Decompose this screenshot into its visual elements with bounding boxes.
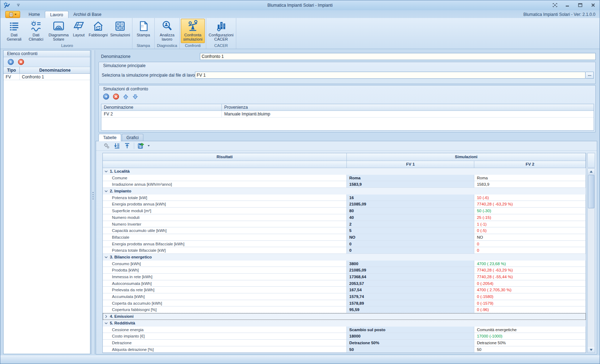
simulazioni-button[interactable]: Simulazioni: [109, 19, 131, 43]
table-row[interactable]: FV 2Manuale Impianti.bluimp: [101, 111, 594, 118]
table-row[interactable]: FVConfronto 1: [4, 74, 90, 80]
section-row[interactable]: 1. Località: [103, 168, 586, 175]
grid-row[interactable]: DetrazioneDetrazione 50%Detrazione 50%: [103, 340, 586, 346]
grid-row[interactable]: Prodotta [kWh]21085,097740,28 ( -63,29 %…: [103, 267, 586, 274]
gears-icon: [103, 143, 110, 149]
cell-denominazione: FV 2: [101, 111, 222, 117]
panel-title: Elenco confronti: [4, 50, 90, 57]
row-label: Superficie moduli [m²]: [110, 208, 347, 214]
analizza-lavoro-button[interactable]: Analizza lavoro: [156, 19, 178, 43]
column-header-tipo[interactable]: Tipo: [4, 67, 20, 73]
grid-row[interactable]: Consumo [kWh]38004700 ( 23,68 %): [103, 261, 586, 267]
vertical-scrollbar[interactable]: [587, 168, 595, 353]
close-button[interactable]: [590, 2, 596, 8]
configurazioni-cacer-button[interactable]: Configurazioni CACER: [207, 19, 235, 43]
browse-button[interactable]: ...: [586, 72, 594, 79]
section-row[interactable]: 3. Bilancio energetico: [103, 254, 586, 261]
delete-confronto-button[interactable]: ✕: [18, 59, 24, 65]
fullscreen-button[interactable]: [552, 2, 558, 8]
grid-row[interactable]: Prelevata da rete [kWh]167,544700 ( 2.70…: [103, 287, 586, 293]
add-confronto-button[interactable]: +: [8, 59, 14, 65]
panel-splitter[interactable]: [91, 50, 95, 354]
grid-row[interactable]: Costo impianto [€]1800017000 (-1000): [103, 333, 586, 340]
scroll-down-button[interactable]: [588, 347, 595, 353]
layout-button[interactable]: Layout: [70, 19, 87, 43]
column-header-denominazione[interactable]: Denominazione: [101, 104, 222, 111]
collapse-all-button[interactable]: [124, 142, 131, 149]
section-row[interactable]: 4. Emissioni: [103, 313, 586, 320]
section-row[interactable]: 5. Redditività: [103, 320, 586, 327]
confronti-table-body: FVConfronto 1: [4, 74, 90, 80]
tab-tabelle[interactable]: Tabelle: [99, 134, 121, 141]
grid-row[interactable]: Autoconsumata [kWh]2053,570 (-2054): [103, 280, 586, 287]
scroll-up-button[interactable]: [588, 169, 595, 174]
confronto-sims-table: Denominazione Provenienza FV 2Manuale Im…: [101, 104, 594, 131]
column-header-fv1[interactable]: FV 1: [347, 161, 474, 168]
collapse-icon[interactable]: [103, 254, 110, 261]
grid-row[interactable]: Potenza totale [kW]1610 (-6): [103, 195, 586, 201]
grid-settings-button[interactable]: [103, 142, 110, 149]
grid-row[interactable]: Superficie moduli [m²]8050 (-30): [103, 208, 586, 214]
balance-scale-icon: [187, 20, 199, 32]
collapse-icon[interactable]: [103, 168, 110, 175]
grid-row[interactable]: Immessa in rete [kWh]17368,647740,28 ( -…: [103, 274, 586, 280]
grid-row[interactable]: Numero Inverter21 (-1): [103, 221, 586, 228]
dati-generali-button[interactable]: Dati Generali: [3, 19, 25, 43]
scrollbar-track[interactable]: [588, 209, 595, 347]
grid-row[interactable]: BifaccialeNONO: [103, 234, 586, 241]
grid-row[interactable]: ComuneRomaRoma: [103, 175, 586, 181]
tab-lavoro[interactable]: Lavoro: [45, 11, 69, 18]
export-menu-caret-icon[interactable]: [148, 145, 150, 147]
expand-icon[interactable]: [103, 313, 110, 320]
grid-row[interactable]: Irradiazione annua [kWh/m²anno]1583,9158…: [103, 181, 586, 188]
minimize-button[interactable]: [564, 2, 571, 8]
grid-row[interactable]: Numero moduli4025 (-15): [103, 214, 586, 221]
stampa-button[interactable]: Stampa: [133, 19, 153, 43]
column-header-simulazioni[interactable]: Simulazioni: [347, 153, 586, 161]
confronto-detail-panel: Denominazione Simulazione principale Sel…: [96, 49, 597, 355]
section-row[interactable]: 2. Impianto: [103, 188, 586, 195]
column-header-denominazione[interactable]: Denominazione: [20, 67, 90, 73]
maximize-button[interactable]: [577, 2, 583, 8]
grid-row[interactable]: Potenza totale Bifacciale [kW]00: [103, 247, 586, 254]
fabbisogni-button[interactable]: Fabbisogni: [87, 19, 109, 43]
simulazione-principale-label: Seleziona la simulazione principale dal …: [102, 73, 198, 78]
diagramma-solare-button[interactable]: Diagramma Solare: [47, 19, 70, 43]
move-down-button[interactable]: [132, 94, 138, 100]
scrollbar-thumb[interactable]: [588, 175, 594, 208]
grid-row[interactable]: Aliquota detrazione [%]5050: [103, 346, 586, 353]
dati-climatici-button[interactable]: Dati Climatici: [25, 19, 47, 43]
fv2-value: 0: [474, 247, 586, 254]
grid-row[interactable]: Energia prodotta annua Bifacciale [kWh]0…: [103, 241, 586, 247]
simulazione-principale-input[interactable]: [195, 72, 586, 79]
row-label: Immessa in rete [kWh]: [110, 274, 347, 280]
add-simulazione-button[interactable]: +: [103, 94, 109, 100]
expand-all-button[interactable]: [113, 142, 120, 149]
confronta-simulazioni-button[interactable]: Confronta simulazioni: [181, 19, 205, 43]
tab-grafici[interactable]: Grafici: [122, 134, 143, 141]
column-header-risultati[interactable]: Risultati: [103, 153, 347, 161]
export-button[interactable]: [137, 142, 144, 149]
grid-row[interactable]: Cessione energiaScambio sul postoComunit…: [103, 327, 586, 333]
delete-simulazione-button[interactable]: ✕: [113, 94, 119, 100]
column-header-fv2[interactable]: FV 2: [474, 161, 586, 168]
move-up-button[interactable]: [123, 94, 129, 100]
fv2-value: 4700 ( 23,68 %): [474, 261, 586, 267]
fv1-value: 2053,57: [347, 280, 474, 287]
fv2-value: 0 (-2054): [474, 280, 586, 287]
grid-row[interactable]: Capacità accumulo utile [kWh]50 (-5): [103, 227, 586, 234]
column-header-provenienza[interactable]: Provenienza: [222, 104, 594, 111]
fv1-value: Scambio sul posto: [347, 327, 474, 333]
grid-row[interactable]: Copertura fabbisogni [%]95,590 (-96): [103, 306, 586, 313]
application-menu-button[interactable]: [5, 11, 20, 18]
tab-archivi-di-base[interactable]: Archivi di Base: [69, 11, 106, 18]
fv2-value: 0 (-1579): [474, 300, 586, 307]
denominazione-input[interactable]: [200, 53, 596, 60]
tab-home[interactable]: Home: [24, 11, 45, 18]
grid-header-row-2: FV 1 FV 2: [103, 161, 586, 168]
grid-row[interactable]: Accumulata [kWh]1579,740 (-1580): [103, 293, 586, 300]
collapse-icon[interactable]: [103, 188, 110, 195]
grid-row[interactable]: Energia prodotta annua [kWh]21085,097740…: [103, 201, 586, 208]
collapse-icon[interactable]: [103, 320, 110, 327]
grid-row[interactable]: Coperta da accumulo [kWh]1578,890 (-1579…: [103, 300, 586, 307]
